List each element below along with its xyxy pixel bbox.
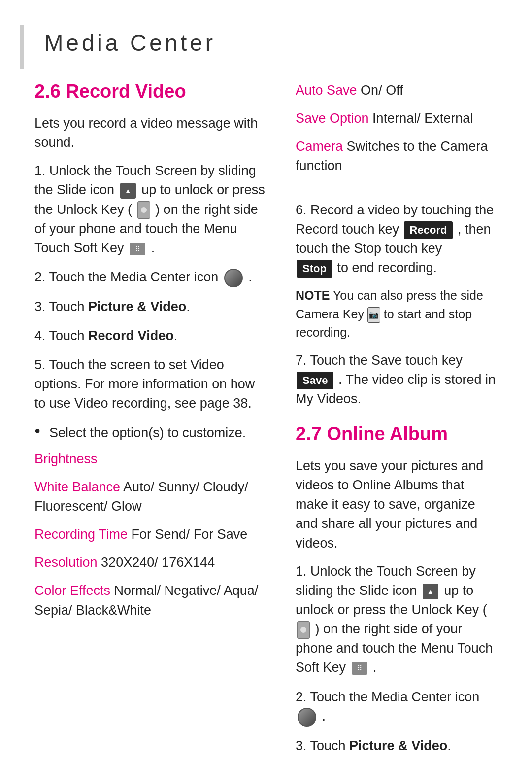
- step-2-text: 2. Touch the Media Center icon: [34, 270, 222, 284]
- left-accent-bar: [20, 25, 24, 69]
- option-brightness: Brightness: [34, 450, 266, 469]
- s2-step-2-text: 2. Touch the Media Center icon: [296, 690, 479, 704]
- bullet-item: Select the option(s) to customize.: [34, 423, 266, 443]
- step-5-text: 5. Touch the screen to set Video options…: [34, 357, 255, 411]
- option-recording-time-label: Recording Time: [34, 527, 128, 542]
- step-3-text: 3. Touch Picture & Video.: [34, 299, 190, 314]
- s2-slide-icon: [423, 584, 438, 599]
- s2-step-1: 1. Unlock the Touch Screen by sliding th…: [296, 562, 498, 678]
- option-color-effects-label: Color Effects: [34, 583, 110, 598]
- s2-menu-soft-key-icon: [352, 662, 367, 675]
- left-column: 2.6 Record Video Lets you record a video…: [34, 81, 266, 765]
- s2-step-2: 2. Touch the Media Center icon .: [296, 688, 498, 727]
- step-4: 4. Touch Record Video.: [34, 326, 266, 346]
- step-5: 5. Touch the screen to set Video options…: [34, 355, 266, 413]
- step-1-period: .: [151, 241, 155, 255]
- record-key-btn: Record: [404, 221, 453, 239]
- option-resolution: Resolution 320X240/ 176X144: [34, 553, 266, 572]
- option-resolution-value: 320X240/ 176X144: [101, 555, 215, 570]
- option-brightness-label: Brightness: [34, 452, 98, 466]
- option-auto-save: Auto Save On/ Off: [296, 81, 498, 100]
- section-heading-online-album: 2.7 Online Album: [296, 423, 498, 445]
- option-save-option-label: Save Option: [296, 111, 369, 126]
- stop-key-btn: Stop: [297, 260, 332, 278]
- step-6-end: to end recording.: [337, 260, 437, 275]
- option-recording-time: Recording Time For Send/ For Save: [34, 525, 266, 544]
- section2-steps-list: 1. Unlock the Touch Screen by sliding th…: [296, 562, 498, 756]
- step-3: 3. Touch Picture & Video.: [34, 297, 266, 316]
- option-save-option: Save Option Internal/ External: [296, 109, 498, 128]
- two-column-layout: 2.6 Record Video Lets you record a video…: [34, 81, 498, 765]
- option-auto-save-value: On/ Off: [361, 83, 403, 98]
- option-save-option-value: Internal/ External: [372, 111, 473, 126]
- option-camera: Camera Switches to the Camera function: [296, 137, 498, 175]
- right-column: Auto Save On/ Off Save Option Internal/ …: [296, 81, 498, 765]
- step-7-num: 7. Touch the Save touch key: [296, 353, 463, 368]
- step-7: 7. Touch the Save touch key Save . The v…: [296, 351, 498, 409]
- intro-text: Lets you record a video message with sou…: [34, 114, 266, 152]
- media-center-icon: [224, 269, 243, 287]
- option-white-balance-label: White Balance: [34, 480, 120, 494]
- steps-list: 1. Unlock the Touch Screen by sliding th…: [34, 161, 266, 413]
- s2-step-1-period: .: [373, 660, 377, 675]
- note-label: NOTE: [296, 288, 330, 302]
- bullet-list: Select the option(s) to customize.: [34, 423, 266, 443]
- step-2: 2. Touch the Media Center icon .: [34, 268, 266, 287]
- note-block: NOTE You can also press the side Camera …: [296, 286, 498, 342]
- option-resolution-label: Resolution: [34, 555, 98, 570]
- option-recording-time-value: For Send/ For Save: [132, 527, 248, 542]
- s2-step-1-end: ) on the right side of your phone and to…: [296, 622, 493, 675]
- page-title: Media Center: [44, 30, 498, 56]
- option-white-balance: White Balance Auto/ Sunny/ Cloudy/ Fluor…: [34, 478, 266, 516]
- step-4-text: 4. Touch Record Video.: [34, 328, 177, 343]
- unlock-key-icon: [137, 201, 150, 219]
- section2-intro: Lets you save your pictures and videos t…: [296, 456, 498, 553]
- step-6: 6. Record a video by touching the Record…: [296, 201, 498, 278]
- save-key-btn: Save: [297, 372, 333, 389]
- s2-step-2-period: .: [322, 709, 326, 724]
- s2-step-3-text: 3. Touch Picture & Video.: [296, 738, 451, 753]
- menu-soft-key-icon: [130, 243, 145, 255]
- option-auto-save-label: Auto Save: [296, 83, 357, 98]
- camera-key-icon: 📷: [367, 307, 380, 323]
- s2-media-center-icon: [298, 708, 316, 727]
- s2-step-3: 3. Touch Picture & Video.: [296, 736, 498, 756]
- page-container: Media Center 2.6 Record Video Lets you r…: [0, 0, 532, 765]
- option-camera-label: Camera: [296, 139, 343, 154]
- s2-unlock-key-icon: [297, 621, 310, 639]
- step-1: 1. Unlock the Touch Screen by sliding th…: [34, 161, 266, 258]
- step-2-period: .: [248, 270, 252, 284]
- slide-icon: [120, 183, 136, 199]
- section-heading-record-video: 2.6 Record Video: [34, 81, 266, 102]
- option-color-effects: Color Effects Normal/ Negative/ Aqua/ Se…: [34, 581, 266, 620]
